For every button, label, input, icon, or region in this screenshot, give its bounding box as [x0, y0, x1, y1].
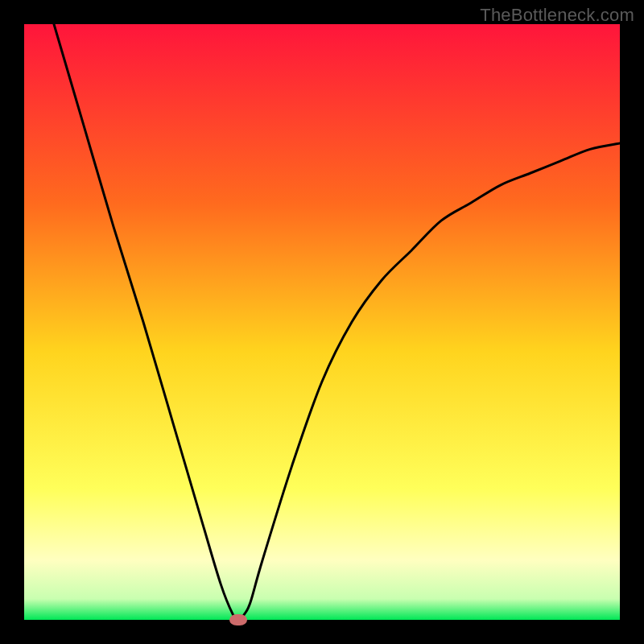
chart-frame: [24, 24, 620, 620]
chart-svg: [24, 24, 620, 620]
gradient-background: [24, 24, 620, 620]
optimal-marker: [229, 614, 247, 625]
watermark-text: TheBottleneck.com: [480, 5, 634, 26]
